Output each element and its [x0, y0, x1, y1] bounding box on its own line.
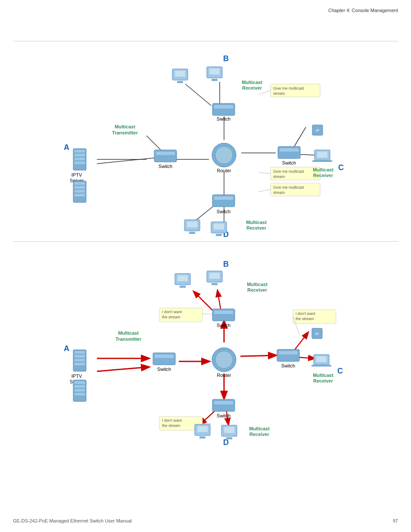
svg-text:A: A — [64, 143, 69, 152]
svg-rect-133 — [214, 401, 233, 404]
svg-rect-106 — [75, 351, 85, 354]
svg-point-124 — [215, 351, 233, 368]
chapter-title: Chapter 4: Console Management — [328, 8, 398, 13]
svg-text:A: A — [64, 344, 69, 353]
svg-text:Receiver: Receiver — [313, 173, 333, 178]
svg-rect-75 — [189, 232, 195, 234]
svg-text:stream: stream — [273, 174, 285, 179]
svg-rect-58 — [177, 81, 183, 83]
svg-text:Switch: Switch — [217, 413, 230, 418]
svg-text:the stream: the stream — [162, 423, 181, 428]
svg-text:Give me mulitcast: Give me mulitcast — [273, 169, 304, 174]
svg-rect-61 — [212, 79, 218, 81]
svg-line-9 — [194, 205, 215, 222]
svg-line-20 — [258, 172, 271, 174]
divider-top — [13, 41, 398, 41]
svg-rect-28 — [75, 158, 85, 160]
svg-line-7 — [293, 127, 306, 149]
svg-rect-154 — [197, 426, 208, 432]
svg-text:Multicast: Multicast — [249, 426, 270, 431]
svg-text:stream: stream — [273, 190, 285, 195]
diagram1: Give me multicast stream Give me mulitca… — [13, 43, 398, 239]
svg-text:Switch: Switch — [217, 209, 230, 214]
divider-mid — [13, 241, 398, 242]
svg-rect-27 — [75, 154, 85, 156]
svg-point-44 — [215, 146, 233, 164]
svg-line-16 — [258, 90, 271, 95]
svg-rect-41 — [156, 152, 175, 155]
svg-rect-35 — [75, 186, 85, 189]
svg-text:Receiver: Receiver — [249, 432, 270, 437]
svg-line-89 — [293, 333, 308, 352]
svg-rect-155 — [199, 436, 206, 439]
svg-rect-36 — [75, 190, 85, 193]
svg-text:IP: IP — [316, 128, 320, 133]
svg-text:Receiver: Receiver — [242, 85, 262, 90]
svg-text:B: B — [223, 260, 229, 268]
svg-rect-127 — [214, 311, 233, 314]
svg-rect-53 — [214, 196, 233, 200]
svg-text:Switch: Switch — [281, 363, 295, 368]
svg-text:C: C — [337, 367, 343, 375]
svg-text:Multicast: Multicast — [246, 220, 267, 225]
svg-text:Receiver: Receiver — [246, 225, 267, 230]
svg-text:Transmitter: Transmitter — [112, 130, 138, 135]
svg-rect-121 — [155, 355, 174, 358]
svg-text:Give me multicast: Give me multicast — [273, 86, 304, 90]
svg-line-12 — [97, 157, 162, 164]
svg-text:Switch: Switch — [282, 160, 296, 165]
svg-text:Multicast: Multicast — [247, 282, 268, 287]
svg-rect-78 — [216, 234, 222, 236]
svg-text:Give me multicast: Give me multicast — [273, 185, 304, 190]
svg-rect-149 — [311, 365, 331, 367]
svg-text:Multicast: Multicast — [118, 330, 139, 336]
svg-rect-158 — [226, 437, 232, 439]
page-header: Chapter 4: Console Management — [328, 8, 398, 13]
svg-text:Switch: Switch — [159, 164, 172, 169]
svg-rect-138 — [180, 286, 186, 288]
svg-text:the stream: the stream — [296, 317, 314, 321]
footer-left: GE-DS-242-PoE Managed Ethernet Switch Us… — [13, 518, 132, 523]
svg-rect-34 — [75, 182, 85, 185]
svg-rect-117 — [75, 393, 85, 395]
svg-text:C: C — [338, 163, 344, 172]
svg-rect-116 — [75, 389, 85, 392]
svg-text:Receiver: Receiver — [313, 378, 333, 383]
svg-text:B: B — [223, 54, 229, 63]
svg-rect-60 — [209, 68, 220, 75]
svg-rect-29 — [75, 162, 85, 164]
svg-rect-107 — [75, 355, 85, 358]
svg-text:Router: Router — [217, 168, 231, 173]
svg-rect-109 — [75, 363, 85, 365]
svg-text:Multicast: Multicast — [313, 167, 333, 172]
svg-rect-57 — [175, 71, 185, 77]
svg-rect-47 — [214, 105, 233, 109]
svg-line-5 — [185, 84, 211, 106]
svg-line-88 — [218, 291, 221, 311]
svg-text:Router: Router — [217, 373, 231, 378]
svg-text:Switch: Switch — [217, 323, 230, 328]
svg-rect-69 — [312, 160, 332, 162]
svg-rect-68 — [317, 152, 327, 158]
svg-rect-140 — [209, 273, 220, 279]
svg-text:Switch: Switch — [217, 116, 230, 121]
svg-text:Receiver: Receiver — [247, 287, 268, 292]
svg-rect-74 — [187, 221, 197, 227]
svg-rect-141 — [212, 283, 218, 285]
svg-rect-50 — [280, 148, 299, 152]
svg-text:Multicast: Multicast — [242, 80, 262, 85]
svg-text:stream: stream — [273, 91, 285, 96]
svg-text:Multicast: Multicast — [313, 373, 333, 378]
svg-text:I don't want: I don't want — [162, 418, 182, 423]
svg-rect-77 — [214, 224, 224, 230]
svg-text:Switch: Switch — [157, 367, 171, 372]
svg-text:Multicast: Multicast — [115, 124, 135, 129]
svg-rect-137 — [177, 275, 188, 281]
svg-rect-108 — [75, 359, 85, 361]
svg-text:IPTV: IPTV — [72, 373, 82, 379]
svg-rect-157 — [224, 427, 234, 433]
page-footer: GE-DS-242-PoE Managed Ethernet Switch Us… — [13, 518, 398, 523]
svg-rect-148 — [316, 356, 327, 362]
footer-right: 97 — [393, 518, 398, 523]
svg-text:Transmitter: Transmitter — [115, 336, 142, 342]
